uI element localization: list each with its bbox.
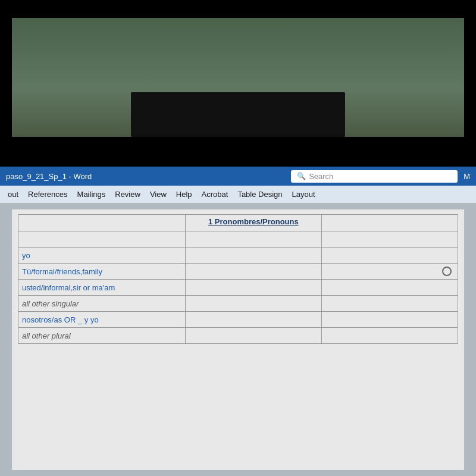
- row-yo-text: yo: [22, 251, 30, 260]
- search-box[interactable]: 🔍 Search: [291, 170, 458, 183]
- menu-item-references[interactable]: References: [23, 187, 72, 201]
- menu-item-help[interactable]: Help: [171, 187, 197, 201]
- title-bar: paso_9_21_Sp_1 - Word 🔍 Search M: [0, 167, 476, 186]
- menu-item-layout-out[interactable]: out: [3, 187, 23, 201]
- table-title-row: 1 Pronombres/Pronouns: [18, 215, 458, 231]
- search-placeholder: Search: [309, 172, 333, 181]
- title-cell-1: [18, 215, 186, 231]
- menu-item-review[interactable]: Review: [110, 187, 145, 201]
- document-page: 1 Pronombres/Pronouns yo: [12, 209, 464, 470]
- empty-cell-3: [321, 231, 458, 248]
- row-yo-col1: yo: [18, 248, 186, 264]
- title-cell-3: [321, 215, 458, 231]
- title-bar-right: M: [464, 172, 470, 181]
- table-wrapper: 1 Pronombres/Pronouns yo: [18, 214, 458, 344]
- menu-item-view[interactable]: View: [145, 187, 171, 201]
- row-singular-col2: [185, 296, 321, 312]
- monitor-center-bar: [131, 92, 345, 137]
- row-usted-col3: [321, 280, 458, 296]
- row-nosotros-text: nosotros/as OR _ y yo: [22, 315, 99, 324]
- menu-bar: out References Mailings Review View Help…: [0, 186, 476, 203]
- row-tu-text: Tú/formal/friends,family: [22, 267, 102, 276]
- row-plural-col2: [185, 328, 321, 344]
- menu-item-layout2[interactable]: Layout: [287, 187, 320, 201]
- row-tu-col1: Tú/formal/friends,family: [18, 264, 186, 280]
- right-bezel: [464, 18, 476, 155]
- row-tu-col2: [185, 264, 321, 280]
- row-singular-col1: all other singular: [18, 296, 186, 312]
- empty-cell-1: [18, 231, 186, 248]
- row-usted-text: usted/informal,sir or ma'am: [22, 283, 115, 292]
- row-nosotros-col1: nosotros/as OR _ y yo: [18, 312, 186, 328]
- row-usted-col1: usted/informal,sir or ma'am: [18, 280, 186, 296]
- row-plural-col1: all other plural: [18, 328, 186, 344]
- table-row: [18, 231, 458, 248]
- row-plural-text: all other plural: [22, 331, 71, 340]
- row-nosotros-col3: [321, 312, 458, 328]
- table-row: all other plural: [18, 328, 458, 344]
- document-area: 1 Pronombres/Pronouns yo: [0, 203, 476, 476]
- row-tu-col3: [321, 264, 458, 280]
- pronouns-table: 1 Pronombres/Pronouns yo: [18, 214, 458, 344]
- empty-cell-2: [185, 231, 321, 248]
- row-nosotros-col2: [185, 312, 321, 328]
- table-row: nosotros/as OR _ y yo: [18, 312, 458, 328]
- table-row: usted/informal,sir or ma'am: [18, 280, 458, 296]
- row-yo-col2: [185, 248, 321, 264]
- row-singular-text: all other singular: [22, 299, 79, 308]
- circle-decoration: [442, 267, 452, 276]
- row-plural-col3: [321, 328, 458, 344]
- row-usted-col2: [185, 280, 321, 296]
- row-singular-col3: [321, 296, 458, 312]
- menu-item-mailings[interactable]: Mailings: [73, 187, 111, 201]
- top-bezel: [0, 0, 476, 18]
- search-icon: 🔍: [297, 172, 306, 180]
- row-yo-col3: [321, 248, 458, 264]
- app-title: paso_9_21_Sp_1 - Word: [6, 172, 291, 181]
- table-row: Tú/formal/friends,family: [18, 264, 458, 280]
- menu-item-table-design[interactable]: Table Design: [233, 187, 287, 201]
- left-bezel: [0, 18, 12, 155]
- table-row: all other singular: [18, 296, 458, 312]
- table-row: yo: [18, 248, 458, 264]
- monitor-top-area: [0, 0, 476, 167]
- menu-item-acrobat[interactable]: Acrobat: [197, 187, 233, 201]
- table-title: 1 Pronombres/Pronouns: [208, 217, 299, 226]
- title-cell-2: 1 Pronombres/Pronouns: [185, 215, 321, 231]
